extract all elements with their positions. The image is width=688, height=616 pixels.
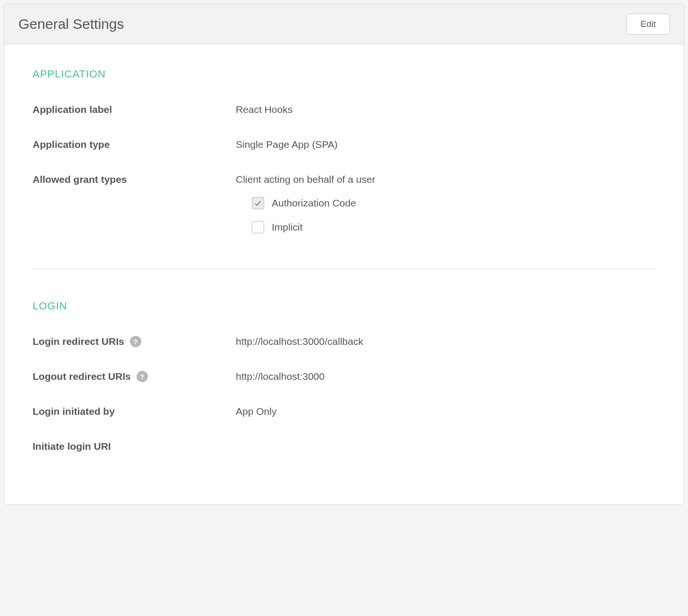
field-label: Logout redirect URIs ?: [33, 371, 236, 382]
field-value: Single Page App (SPA): [236, 139, 338, 150]
field-label: Application label: [33, 104, 236, 115]
field-application-label: Application label React Hooks: [33, 104, 655, 115]
checkbox-icon: [252, 197, 264, 209]
panel-header: General Settings Edit: [4, 4, 684, 44]
field-label: Login initiated by: [33, 406, 236, 417]
field-value: App Only: [236, 406, 276, 417]
field-initiate-login-uri: Initiate login URI: [33, 441, 655, 452]
field-value: http://localhost:3000/callback: [236, 336, 363, 347]
help-icon[interactable]: ?: [137, 371, 148, 382]
section-divider: [33, 269, 655, 269]
checkbox-implicit[interactable]: Implicit: [252, 221, 375, 233]
grant-types-group-label: Client acting on behalf of a user: [236, 174, 375, 185]
edit-button[interactable]: Edit: [627, 14, 670, 34]
field-label-text: Logout redirect URIs: [33, 371, 131, 382]
field-login-redirect-uris: Login redirect URIs ? http://localhost:3…: [33, 336, 655, 347]
section-heading-login: LOGIN: [33, 300, 655, 312]
checkbox-icon: [252, 221, 264, 233]
field-value: http://localhost:3000: [236, 371, 325, 382]
field-label: Allowed grant types: [33, 174, 236, 185]
field-label-text: Login redirect URIs: [33, 336, 124, 347]
panel-body: APPLICATION Application label React Hook…: [4, 44, 684, 504]
panel-title: General Settings: [18, 16, 124, 32]
general-settings-panel: General Settings Edit APPLICATION Applic…: [4, 4, 684, 505]
field-login-initiated-by: Login initiated by App Only: [33, 406, 655, 417]
field-label: Initiate login URI: [33, 441, 236, 452]
section-heading-application: APPLICATION: [33, 68, 655, 80]
field-logout-redirect-uris: Logout redirect URIs ? http://localhost:…: [33, 371, 655, 382]
checkbox-label: Implicit: [272, 222, 302, 233]
checkbox-label: Authorization Code: [272, 197, 356, 209]
field-label: Application type: [33, 139, 236, 150]
checkbox-authorization-code[interactable]: Authorization Code: [252, 197, 375, 209]
grant-types-column: Client acting on behalf of a user Author…: [236, 174, 375, 245]
help-icon[interactable]: ?: [130, 336, 141, 347]
field-allowed-grant-types: Allowed grant types Client acting on beh…: [33, 174, 655, 245]
field-application-type: Application type Single Page App (SPA): [33, 139, 655, 150]
field-label: Login redirect URIs ?: [33, 336, 236, 347]
field-value: React Hooks: [236, 104, 292, 115]
